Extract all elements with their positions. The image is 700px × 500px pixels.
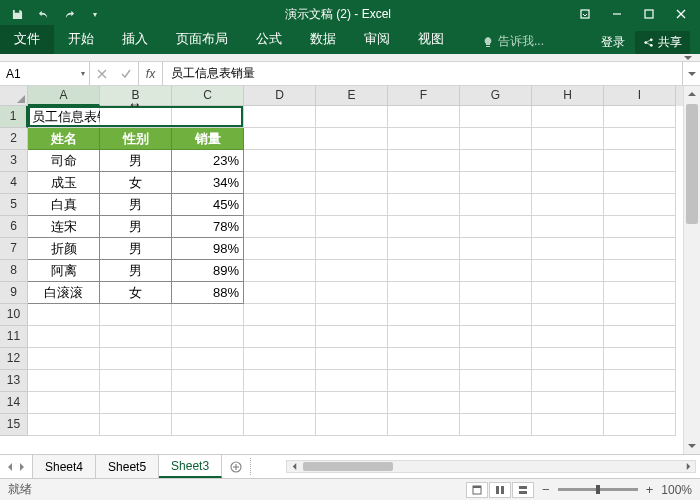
ribbon-collapse[interactable] — [0, 54, 700, 62]
tab-file[interactable]: 文件 — [0, 25, 54, 54]
cell-G5[interactable] — [460, 194, 532, 216]
cell-H2[interactable] — [532, 128, 604, 150]
cell-B4[interactable]: 女 — [100, 172, 172, 194]
cell-H11[interactable] — [532, 326, 604, 348]
cell-F1[interactable] — [388, 106, 460, 128]
cell-F3[interactable] — [388, 150, 460, 172]
cell-I15[interactable] — [604, 414, 676, 436]
row-header-11[interactable]: 11 — [0, 326, 28, 348]
cell-D14[interactable] — [244, 392, 316, 414]
row-header-9[interactable]: 9 — [0, 282, 28, 304]
cell-B6[interactable]: 男 — [100, 216, 172, 238]
cell-I8[interactable] — [604, 260, 676, 282]
col-header-H[interactable]: H — [532, 86, 604, 106]
cell-C3[interactable]: 23% — [172, 150, 244, 172]
cell-B1[interactable] — [100, 106, 172, 128]
row-header-1[interactable]: 1 — [0, 106, 28, 128]
cell-F13[interactable] — [388, 370, 460, 392]
cell-C9[interactable]: 88% — [172, 282, 244, 304]
cell-F12[interactable] — [388, 348, 460, 370]
cell-G7[interactable] — [460, 238, 532, 260]
cell-C14[interactable] — [172, 392, 244, 414]
cell-F7[interactable] — [388, 238, 460, 260]
tab-视图[interactable]: 视图 — [404, 25, 458, 54]
cell-F8[interactable] — [388, 260, 460, 282]
row-header-15[interactable]: 15 — [0, 414, 28, 436]
formula-bar[interactable]: 员工信息表销量 — [163, 62, 682, 85]
cell-A13[interactable] — [28, 370, 100, 392]
col-header-C[interactable]: C — [172, 86, 244, 106]
cell-H8[interactable] — [532, 260, 604, 282]
cell-E3[interactable] — [316, 150, 388, 172]
cell-B5[interactable]: 男 — [100, 194, 172, 216]
cell-I14[interactable] — [604, 392, 676, 414]
col-header-E[interactable]: E — [316, 86, 388, 106]
scroll-down-button[interactable] — [684, 438, 700, 454]
undo-button[interactable] — [32, 4, 54, 24]
zoom-out-button[interactable]: − — [542, 482, 550, 497]
cell-C10[interactable] — [172, 304, 244, 326]
cell-B8[interactable]: 男 — [100, 260, 172, 282]
cell-E8[interactable] — [316, 260, 388, 282]
cell-F2[interactable] — [388, 128, 460, 150]
cell-G3[interactable] — [460, 150, 532, 172]
chevron-down-icon[interactable]: ▾ — [81, 69, 85, 78]
scroll-left-button[interactable] — [287, 461, 301, 472]
cell-C2[interactable]: 销量 — [172, 128, 244, 150]
cell-A8[interactable]: 阿离 — [28, 260, 100, 282]
cell-C15[interactable] — [172, 414, 244, 436]
row-header-6[interactable]: 6 — [0, 216, 28, 238]
cell-B11[interactable] — [100, 326, 172, 348]
fx-label[interactable]: fx — [139, 62, 163, 85]
row-header-12[interactable]: 12 — [0, 348, 28, 370]
cell-E15[interactable] — [316, 414, 388, 436]
cell-E7[interactable] — [316, 238, 388, 260]
cell-H4[interactable] — [532, 172, 604, 194]
scroll-right-button[interactable] — [681, 461, 695, 472]
cell-F4[interactable] — [388, 172, 460, 194]
cell-F14[interactable] — [388, 392, 460, 414]
cell-H7[interactable] — [532, 238, 604, 260]
name-box[interactable]: ▾ — [0, 62, 90, 85]
cell-I12[interactable] — [604, 348, 676, 370]
sheet-tab-Sheet3[interactable]: Sheet3 — [159, 455, 222, 478]
cell-D9[interactable] — [244, 282, 316, 304]
cell-I10[interactable] — [604, 304, 676, 326]
row-header-4[interactable]: 4 — [0, 172, 28, 194]
cell-A10[interactable] — [28, 304, 100, 326]
redo-button[interactable] — [58, 4, 80, 24]
cell-E6[interactable] — [316, 216, 388, 238]
enter-formula-button[interactable] — [114, 69, 138, 79]
cell-C13[interactable] — [172, 370, 244, 392]
cell-I2[interactable] — [604, 128, 676, 150]
sheet-tab-Sheet4[interactable]: Sheet4 — [33, 455, 96, 478]
expand-formula-bar[interactable] — [682, 62, 700, 85]
row-header-3[interactable]: 3 — [0, 150, 28, 172]
cell-G10[interactable] — [460, 304, 532, 326]
cell-G13[interactable] — [460, 370, 532, 392]
share-button[interactable]: 共享 — [635, 31, 690, 54]
tab-开始[interactable]: 开始 — [54, 25, 108, 54]
normal-view-button[interactable] — [466, 482, 488, 498]
select-all-button[interactable] — [0, 86, 28, 106]
cell-A4[interactable]: 成玉 — [28, 172, 100, 194]
cell-B10[interactable] — [100, 304, 172, 326]
cell-A9[interactable]: 白滚滚 — [28, 282, 100, 304]
row-header-2[interactable]: 2 — [0, 128, 28, 150]
row-header-14[interactable]: 14 — [0, 392, 28, 414]
qat-customize[interactable]: ▾ — [84, 4, 106, 24]
horizontal-scrollbar[interactable] — [286, 460, 696, 473]
tab-插入[interactable]: 插入 — [108, 25, 162, 54]
page-layout-view-button[interactable] — [489, 482, 511, 498]
cell-C4[interactable]: 34% — [172, 172, 244, 194]
cell-B15[interactable] — [100, 414, 172, 436]
cell-B13[interactable] — [100, 370, 172, 392]
cell-A2[interactable]: 姓名 — [28, 128, 100, 150]
zoom-level[interactable]: 100% — [661, 483, 692, 497]
cell-C5[interactable]: 45% — [172, 194, 244, 216]
cell-F15[interactable] — [388, 414, 460, 436]
cell-E1[interactable] — [316, 106, 388, 128]
cell-A1[interactable]: 员工信息表销量 — [28, 106, 100, 128]
tab-审阅[interactable]: 审阅 — [350, 25, 404, 54]
cell-C6[interactable]: 78% — [172, 216, 244, 238]
